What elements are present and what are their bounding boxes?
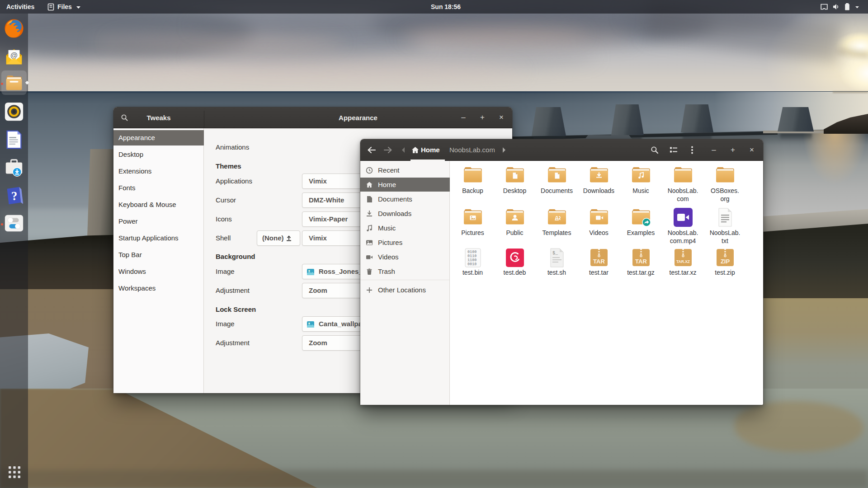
svg-text:?: ? — [11, 189, 18, 203]
svg-text:TAR: TAR — [593, 258, 605, 265]
svg-text:TAR: TAR — [635, 258, 647, 265]
svg-text:ZIP: ZIP — [720, 258, 730, 265]
svg-text:0010: 0010 — [467, 262, 476, 267]
svg-text:$_: $_ — [552, 251, 558, 256]
svg-text:TAR.XZ: TAR.XZ — [676, 259, 689, 264]
